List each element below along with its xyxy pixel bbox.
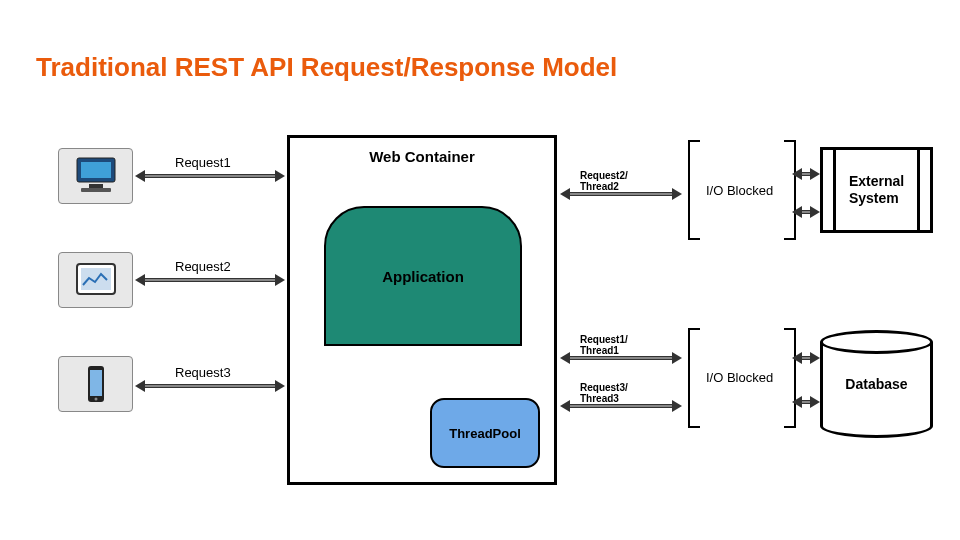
arrow-db-bot [800, 400, 812, 404]
arrow-ext-bot [800, 210, 812, 214]
label-thread-bot: Request3/ Thread3 [580, 382, 628, 404]
client-desktop-icon [58, 148, 133, 204]
arrow-thread-bot [568, 404, 674, 408]
bracket-top-left [688, 140, 700, 240]
label-request1: Request1 [175, 155, 231, 170]
client-phone-icon [58, 356, 133, 412]
label-thread-top: Request2/ Thread2 [580, 170, 628, 192]
page-title: Traditional REST API Request/Response Mo… [36, 52, 617, 83]
web-container-box: Web Container Application ThreadPool [287, 135, 557, 485]
external-system-label: External System [849, 173, 904, 207]
arrow-request3 [143, 384, 277, 388]
threadpool-box: ThreadPool [430, 398, 540, 468]
label-io-top: I/O Blocked [706, 183, 773, 198]
database-cylinder: Database [820, 330, 933, 438]
application-box: Application [324, 206, 522, 346]
arrow-ext-top [800, 172, 812, 176]
label-io-bottom: I/O Blocked [706, 370, 773, 385]
arrow-request2 [143, 278, 277, 282]
arrow-thread-top [568, 192, 674, 196]
client-tablet-icon [58, 252, 133, 308]
svg-rect-2 [89, 184, 103, 188]
svg-rect-3 [81, 188, 111, 192]
label-request2: Request2 [175, 259, 231, 274]
label-thread-mid: Request1/ Thread1 [580, 334, 628, 356]
label-request3: Request3 [175, 365, 231, 380]
arrow-thread-mid [568, 356, 674, 360]
svg-point-8 [94, 398, 97, 401]
external-system-box: External System [820, 147, 933, 233]
bracket-top-right [784, 140, 796, 240]
arrow-db-top [800, 356, 812, 360]
bracket-bottom-left [688, 328, 700, 428]
bracket-bottom-right [784, 328, 796, 428]
database-label: Database [845, 376, 907, 392]
svg-rect-7 [90, 370, 102, 396]
web-container-title: Web Container [369, 148, 475, 165]
svg-rect-1 [81, 162, 111, 178]
arrow-request1 [143, 174, 277, 178]
